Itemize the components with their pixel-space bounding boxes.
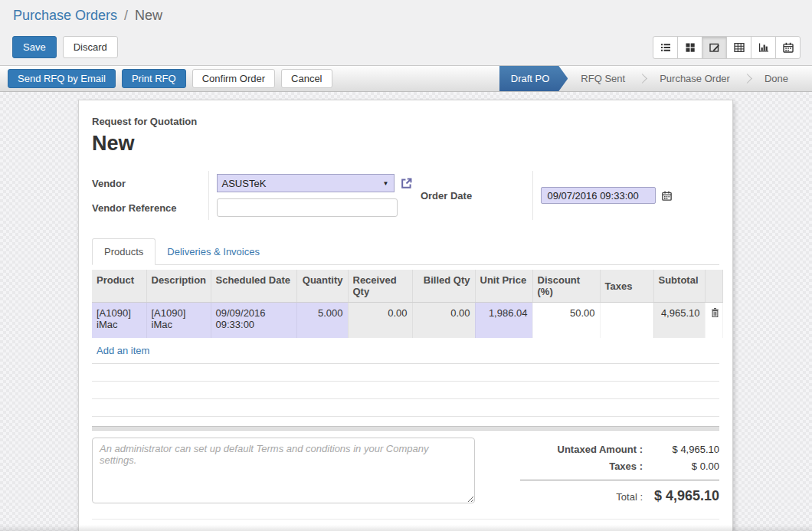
cell-taxes[interactable] xyxy=(600,303,653,338)
top-bar: Purchase Orders / New Save Discard xyxy=(0,0,812,65)
cell-product[interactable]: [A1090] iMac xyxy=(92,303,146,338)
tab-deliveries-invoices[interactable]: Deliveries & Invoices xyxy=(156,239,271,264)
calendar-view-icon xyxy=(782,41,794,54)
cell-description[interactable]: [A1090] iMac xyxy=(146,303,211,338)
list-view-icon xyxy=(660,41,672,54)
taxes-label: Taxes : xyxy=(609,461,643,472)
discard-button[interactable]: Discard xyxy=(63,36,118,58)
add-an-item-link[interactable]: Add an item xyxy=(92,338,719,364)
cell-scheduled-date[interactable]: 09/09/2016 09:33:00 xyxy=(211,303,296,338)
dropdown-caret-icon: ▼ xyxy=(383,180,389,187)
field-groups: Vendor ASUSTeK ▼ xyxy=(92,171,719,220)
form-sheet: Request for Quotation New Vendor ASUSTeK… xyxy=(78,100,733,531)
order-date-input[interactable]: 09/07/2016 09:33:00 xyxy=(541,187,656,204)
cell-quantity[interactable]: 5.000 xyxy=(296,303,348,338)
view-switcher xyxy=(653,36,801,59)
table-row: [A1090] iMac [A1090] iMac 09/09/2016 09:… xyxy=(92,303,722,338)
confirm-order-button[interactable]: Confirm Order xyxy=(192,69,275,88)
untaxed-amount-label: Untaxed Amount : xyxy=(558,444,643,455)
cell-billed-qty: 0.00 xyxy=(412,303,475,338)
notebook-tabs: Products Deliveries & Invoices xyxy=(92,238,719,265)
trash-icon xyxy=(710,307,720,318)
document-type-label: Request for Quotation xyxy=(92,116,719,127)
content-area: Request for Quotation New Vendor ASUSTeK… xyxy=(0,92,812,531)
vendor-reference-input[interactable] xyxy=(217,198,398,217)
record-actions: Save Discard xyxy=(12,36,118,58)
column-header-description: Description xyxy=(146,270,211,303)
print-rfq-button[interactable]: Print RFQ xyxy=(122,69,186,88)
graph-view-button[interactable] xyxy=(751,36,776,59)
column-header-subtotal: Subtotal xyxy=(653,270,705,303)
column-header-product: Product xyxy=(92,270,146,303)
order-date-label: Order Date xyxy=(421,171,533,220)
order-lines-table: Product Description Scheduled Date Quant… xyxy=(92,270,723,338)
delete-row-button[interactable] xyxy=(705,303,722,338)
stage-rfq-sent[interactable]: RFQ Sent xyxy=(568,66,638,91)
cell-discount[interactable]: 50.00 xyxy=(532,303,600,338)
total-label: Total : xyxy=(616,491,643,503)
total-value: $ 4,965.10 xyxy=(643,488,719,504)
cell-received-qty: 0.00 xyxy=(348,303,412,338)
column-header-unit-price: Unit Price xyxy=(475,270,532,303)
bottom-section: Untaxed Amount : $ 4,965.10 Taxes : $ 0.… xyxy=(92,438,719,510)
column-header-discount: Discount (%) xyxy=(532,270,600,303)
send-rfq-by-email-button[interactable]: Send RFQ by Email xyxy=(8,69,116,88)
cancel-button[interactable]: Cancel xyxy=(281,69,332,88)
stage-done[interactable]: Done xyxy=(751,66,801,91)
stage-draft-po[interactable]: Draft PO xyxy=(499,66,568,91)
column-header-received-qty: Received Qty xyxy=(348,270,412,303)
breadcrumb-separator: / xyxy=(121,8,131,23)
table-header-row: Product Description Scheduled Date Quant… xyxy=(92,270,722,303)
breadcrumb-current: New xyxy=(135,8,162,23)
workflow-buttons: Send RFQ by Email Print RFQ Confirm Orde… xyxy=(0,69,332,88)
empty-list-line xyxy=(92,399,719,417)
cell-subtotal: 4,965.10 xyxy=(653,303,705,338)
untaxed-amount-value: $ 4,965.10 xyxy=(643,444,719,455)
column-header-quantity: Quantity xyxy=(296,270,348,303)
sheet-end-line xyxy=(92,519,719,520)
status-stages: Draft PO RFQ Sent Purchase Order Done xyxy=(499,66,812,91)
kanban-view-icon xyxy=(684,41,696,54)
cell-unit-price[interactable]: 1,986.04 xyxy=(475,303,532,338)
kanban-view-button[interactable] xyxy=(677,36,702,59)
graph-view-icon xyxy=(758,41,770,54)
terms-conditions-textarea[interactable] xyxy=(92,438,475,503)
totals-block: Untaxed Amount : $ 4,965.10 Taxes : $ 0.… xyxy=(520,438,719,510)
column-header-actions xyxy=(705,270,722,303)
section-separator xyxy=(92,426,719,431)
stage-purchase-order[interactable]: Purchase Order xyxy=(647,66,743,91)
form-view-icon xyxy=(709,41,721,54)
status-bar: Send RFQ by Email Print RFQ Confirm Orde… xyxy=(0,65,812,92)
pivot-view-icon xyxy=(733,41,745,54)
list-view-button[interactable] xyxy=(653,36,678,59)
vendor-reference-label: Vendor Reference xyxy=(92,195,208,220)
column-header-billed-qty: Billed Qty xyxy=(412,270,475,303)
chevron-right-icon xyxy=(742,74,752,84)
tab-products[interactable]: Products xyxy=(92,238,156,265)
calendar-view-button[interactable] xyxy=(775,36,801,59)
external-link-icon[interactable] xyxy=(400,177,413,190)
column-header-taxes: Taxes xyxy=(600,270,653,303)
page-title: New xyxy=(92,132,719,156)
vendor-value: ASUSTeK xyxy=(222,178,267,189)
breadcrumb: Purchase Orders / New xyxy=(0,0,812,24)
form-view-button[interactable] xyxy=(702,36,727,59)
total-separator xyxy=(520,480,719,480)
save-button[interactable]: Save xyxy=(12,36,57,58)
empty-list-line xyxy=(92,382,719,399)
calendar-icon[interactable] xyxy=(661,190,673,202)
breadcrumb-purchase-orders[interactable]: Purchase Orders xyxy=(13,8,117,23)
empty-list-line xyxy=(92,364,719,382)
pivot-view-button[interactable] xyxy=(726,36,751,59)
vendor-select[interactable]: ASUSTeK ▼ xyxy=(217,174,395,192)
taxes-value: $ 0.00 xyxy=(643,461,719,472)
column-header-scheduled-date: Scheduled Date xyxy=(211,270,296,303)
vendor-label: Vendor xyxy=(92,171,208,195)
chevron-right-icon xyxy=(637,74,647,84)
